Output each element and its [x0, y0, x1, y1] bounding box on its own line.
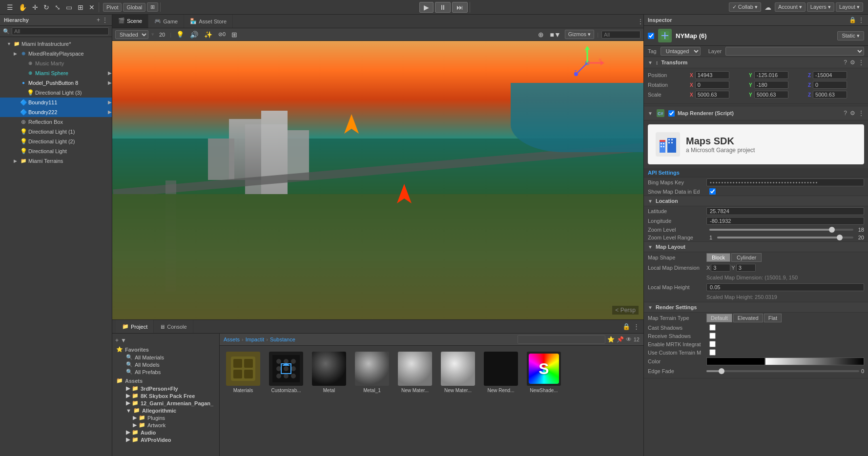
scene-options-btn[interactable]: ⋮ — [638, 18, 643, 25]
local-map-height-input[interactable]: 0.05 — [706, 283, 864, 291]
scale-x-input[interactable]: 5000.63 — [695, 91, 729, 99]
proj-avprovideo[interactable]: ▶ 📁 AVProVideo — [116, 436, 215, 443]
tree-item-dir-light-2[interactable]: 💡 Directional Light (2) — [0, 137, 112, 146]
tab-project[interactable]: 📁 Project — [116, 320, 154, 333]
tag-value[interactable]: Untagged — [661, 47, 701, 56]
tab-scene[interactable]: 🎬 Scene — [112, 15, 148, 28]
path-assets[interactable]: Assets — [224, 337, 240, 342]
proj-audio[interactable]: ▶ 📁 Audio — [116, 429, 215, 436]
tree-item-reflection-box[interactable]: ⊕ Reflection Box — [0, 117, 112, 127]
scene-audio-btn[interactable]: 🔊 — [188, 30, 200, 40]
pivot-btn[interactable]: Pivot — [103, 3, 122, 12]
position-z-input[interactable]: -15004 — [813, 71, 847, 79]
transform-header[interactable]: ▼ ↕ Transform ? ⚙ ⋮ — [644, 57, 868, 68]
terrain-flat-btn[interactable]: Flat — [764, 314, 782, 322]
proj-plugins[interactable]: ▶ 📁 Plugins — [116, 414, 215, 421]
map-renderer-help-btn[interactable]: ? — [844, 110, 847, 117]
cloud-icon-btn[interactable]: ☁ — [763, 2, 773, 12]
step-btn[interactable]: ⏭ — [452, 2, 468, 13]
zoom-level-slider[interactable] — [709, 229, 853, 231]
path-substance[interactable]: Substance — [270, 337, 295, 342]
hierarchy-add-btn[interactable]: + — [97, 17, 100, 23]
extra-tool-btn[interactable]: ✕ — [87, 2, 97, 12]
bing-key-input[interactable] — [706, 178, 864, 186]
grid-btn[interactable]: ⊞ — [147, 2, 158, 12]
scale-z-input[interactable]: 5000.63 — [813, 91, 847, 99]
tree-item-model-push[interactable]: ● Model_PushButton 8 ▶ — [0, 78, 112, 88]
proj-skybox[interactable]: ▶ 📁 8K Skybox Pack Free — [116, 392, 215, 399]
tree-item-miami-infra[interactable]: ▼ 📁 Miami Infrastructure* — [0, 39, 112, 49]
hierarchy-options-btn[interactable]: ⋮ — [102, 17, 108, 23]
proj-all-prefabs[interactable]: 🔍 All Prefabs — [116, 368, 215, 376]
tab-asset-store[interactable]: 🏪 Asset Store — [184, 15, 233, 28]
inspector-lock-btn[interactable]: 🔒 — [849, 17, 856, 23]
unity-menu-btn[interactable]: ☰ — [5, 2, 15, 12]
proj-3rdperson[interactable]: ▶ 📁 3rdPerson+Fly — [116, 385, 215, 392]
static-btn[interactable]: Static ▾ — [837, 31, 864, 40]
obj-active-checkbox[interactable] — [648, 33, 654, 39]
map-shape-block-btn[interactable]: Block — [706, 253, 730, 262]
color-gradient[interactable] — [765, 357, 864, 365]
proj-armenian[interactable]: ▶ 📁 12_Garni_Armenian_Pagan_ — [116, 399, 215, 407]
terrain-default-btn[interactable]: Default — [706, 314, 732, 322]
viewport[interactable]: Y X Z — [112, 41, 643, 319]
scene-fx-btn[interactable]: ✨ — [202, 30, 214, 40]
proj-eye-btn[interactable]: 👁 — [626, 336, 632, 343]
position-y-input[interactable]: -125.016 — [754, 71, 788, 79]
layers-btn[interactable]: Layers ▾ — [807, 2, 834, 12]
edge-fade-slider[interactable] — [706, 370, 859, 372]
tree-item-miami-terrains[interactable]: ▶ 📁 Miami Terrains — [0, 156, 112, 166]
layer-value[interactable] — [725, 47, 864, 56]
transform-tool-btn[interactable]: ⊞ — [76, 2, 85, 12]
project-add-btn[interactable]: + — [115, 337, 119, 344]
location-header[interactable]: ▼ Location — [644, 196, 868, 206]
layout-btn[interactable]: Layout ▾ — [836, 2, 863, 12]
rotation-y-input[interactable]: -180 — [754, 81, 788, 89]
render-settings-header[interactable]: ▼ Render Settings — [644, 302, 868, 313]
asset-newrend[interactable]: New Rend... — [481, 350, 520, 395]
map-renderer-header[interactable]: ▼ C# Map Renderer (Script) ? ⚙ ⋮ — [644, 106, 868, 120]
asset-newmater2[interactable]: New Mater... — [438, 350, 477, 395]
shading-dropdown[interactable]: Shaded — [115, 30, 148, 39]
local-map-dim-x[interactable]: 3 — [711, 264, 730, 272]
gizmos-btn[interactable]: Gizmos ▾ — [565, 30, 594, 39]
tree-item-mixed-reality[interactable]: ▶ ⊕ MixedRealityPlayspace — [0, 49, 112, 59]
position-x-input[interactable]: 14943 — [695, 71, 729, 79]
proj-fav-btn[interactable]: ⭐ — [607, 336, 615, 343]
collab-btn[interactable]: ✓ Collab ▾ — [729, 2, 761, 12]
global-btn[interactable]: Global — [123, 3, 145, 12]
move-tool-btn[interactable]: ✛ — [30, 2, 40, 12]
rect-tool-btn[interactable]: ▭ — [64, 2, 74, 12]
project-options-btn[interactable]: ▼ — [121, 337, 126, 344]
bottom-lock-btn[interactable]: 🔒 — [622, 323, 630, 330]
account-btn[interactable]: Account ▾ — [775, 2, 806, 12]
map-renderer-active[interactable] — [668, 110, 675, 117]
mrtk-checkbox[interactable] — [709, 341, 716, 347]
hand-tool-btn[interactable]: ✋ — [17, 2, 29, 12]
latitude-input[interactable]: 25.7824 — [706, 207, 864, 215]
transform-options-btn[interactable]: ⋮ — [858, 59, 864, 66]
favorites-header[interactable]: ⭐ Favorites — [116, 346, 215, 353]
proj-artwork[interactable]: ▶ 📁 Artwork — [116, 421, 215, 429]
proj-all-models[interactable]: 🔍 All Models — [116, 361, 215, 368]
inspector-options-btn[interactable]: ⋮ — [858, 17, 864, 23]
proj-pin-btn[interactable]: 📌 — [617, 336, 624, 343]
pause-btn[interactable]: ⏸ — [435, 2, 451, 13]
scale-y-input[interactable]: 5000.63 — [754, 91, 788, 99]
rotate-tool-btn[interactable]: ↻ — [41, 2, 51, 12]
path-impactit[interactable]: Impactit — [246, 337, 265, 342]
transform-settings-btn[interactable]: ⚙ — [850, 59, 855, 66]
proj-allegorithmic[interactable]: ▼ 📁 Allegorithmic — [116, 407, 215, 414]
map-shape-cylinder-btn[interactable]: Cylinder — [731, 253, 762, 262]
scale-tool-btn[interactable]: ⤡ — [53, 2, 62, 12]
scene-light-btn[interactable]: 💡 — [174, 30, 186, 39]
show-map-checkbox[interactable] — [709, 188, 716, 195]
asset-metal[interactable]: Metal — [310, 350, 349, 395]
assets-header[interactable]: 📁 Assets — [116, 377, 215, 384]
tab-console[interactable]: 🖥 Console — [154, 320, 193, 333]
asset-materials[interactable]: Materials — [224, 350, 263, 395]
tree-item-boundry222[interactable]: 🔷 Boundry222 ▶ — [0, 107, 112, 117]
color-picker[interactable] — [706, 357, 765, 365]
scene-2d-btn[interactable]: ⊘0 — [216, 30, 227, 39]
scene-grid-btn[interactable]: ⊞ — [229, 30, 239, 40]
